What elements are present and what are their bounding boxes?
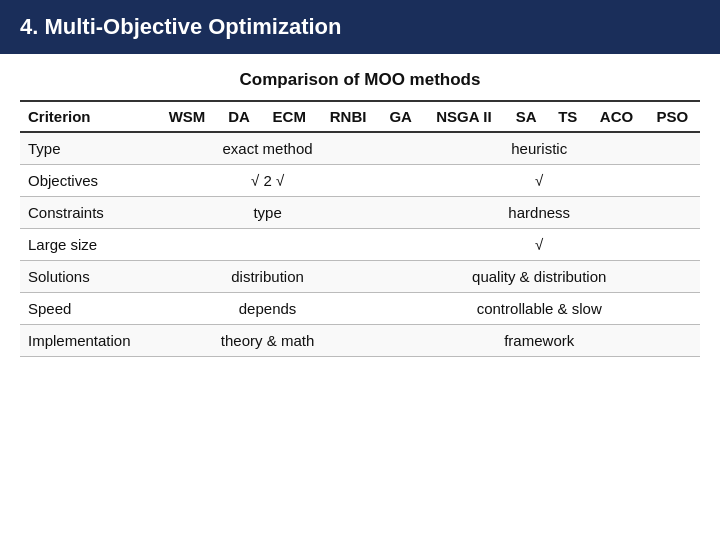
exact-group-cell: exact method bbox=[157, 132, 379, 165]
table-row: Large size√ bbox=[20, 229, 700, 261]
criterion-cell: Implementation bbox=[20, 325, 157, 357]
page-title: 4. Multi-Objective Optimization bbox=[20, 14, 341, 39]
criterion-cell: Large size bbox=[20, 229, 157, 261]
col-header-ecm: ECM bbox=[261, 101, 318, 132]
comparison-table: Criterion WSM DA ECM RNBI GA NSGA II SA … bbox=[20, 100, 700, 357]
table-row: Implementationtheory & mathframework bbox=[20, 325, 700, 357]
criterion-cell: Speed bbox=[20, 293, 157, 325]
exact-group-cell: √ 2 √ bbox=[157, 165, 379, 197]
criterion-cell: Objectives bbox=[20, 165, 157, 197]
table-body: Typeexact methodheuristicObjectives√ 2 √… bbox=[20, 132, 700, 357]
col-header-ga: GA bbox=[378, 101, 422, 132]
table-row: Typeexact methodheuristic bbox=[20, 132, 700, 165]
table-header-row: Criterion WSM DA ECM RNBI GA NSGA II SA … bbox=[20, 101, 700, 132]
table-row: Constraintstypehardness bbox=[20, 197, 700, 229]
page-header: 4. Multi-Objective Optimization bbox=[0, 0, 720, 54]
table-row: Solutionsdistributionquality & distribut… bbox=[20, 261, 700, 293]
main-content: Comparison of MOO methods Criterion WSM … bbox=[0, 54, 720, 373]
exact-group-cell: theory & math bbox=[157, 325, 379, 357]
exact-group-cell: type bbox=[157, 197, 379, 229]
col-header-rnbi: RNBI bbox=[318, 101, 379, 132]
heuristic-group-cell: controllable & slow bbox=[378, 293, 700, 325]
col-header-pso: PSO bbox=[645, 101, 700, 132]
criterion-cell: Solutions bbox=[20, 261, 157, 293]
table-title: Comparison of MOO methods bbox=[20, 70, 700, 90]
table-row: Objectives√ 2 √√ bbox=[20, 165, 700, 197]
col-header-nsga: NSGA II bbox=[423, 101, 505, 132]
heuristic-group-cell: quality & distribution bbox=[378, 261, 700, 293]
exact-group-cell bbox=[157, 229, 379, 261]
table-row: Speeddependscontrollable & slow bbox=[20, 293, 700, 325]
col-header-sa: SA bbox=[505, 101, 547, 132]
heuristic-group-cell: √ bbox=[378, 229, 700, 261]
col-header-da: DA bbox=[217, 101, 260, 132]
col-header-criterion: Criterion bbox=[20, 101, 157, 132]
col-header-aco: ACO bbox=[588, 101, 645, 132]
heuristic-group-cell: heuristic bbox=[378, 132, 700, 165]
criterion-cell: Type bbox=[20, 132, 157, 165]
col-header-ts: TS bbox=[547, 101, 588, 132]
col-header-wsm: WSM bbox=[157, 101, 218, 132]
exact-group-cell: distribution bbox=[157, 261, 379, 293]
criterion-cell: Constraints bbox=[20, 197, 157, 229]
heuristic-group-cell: framework bbox=[378, 325, 700, 357]
heuristic-group-cell: hardness bbox=[378, 197, 700, 229]
exact-group-cell: depends bbox=[157, 293, 379, 325]
heuristic-group-cell: √ bbox=[378, 165, 700, 197]
